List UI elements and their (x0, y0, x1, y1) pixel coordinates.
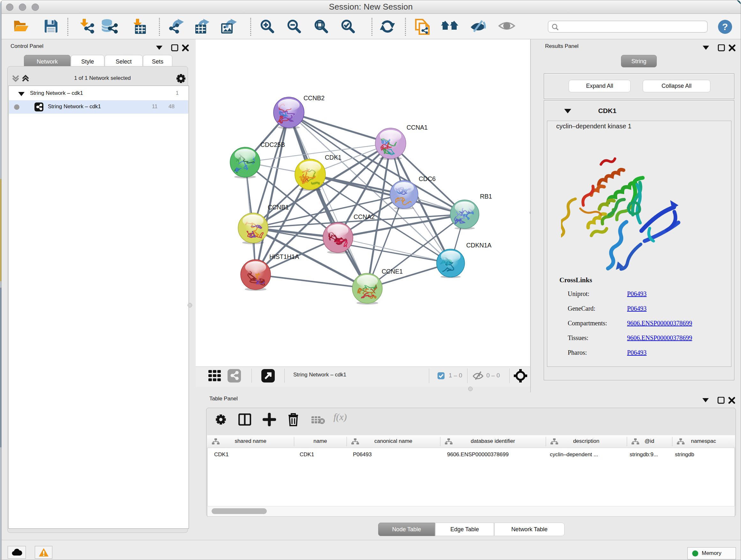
svg-text:?: ? (722, 21, 728, 32)
svg-text:CCNE1: CCNE1 (382, 268, 403, 275)
svg-text:RB1: RB1 (480, 193, 492, 200)
svg-text:CCNB2: CCNB2 (304, 95, 325, 102)
svg-text:CDKN1A: CDKN1A (466, 242, 491, 249)
svg-text:CCNA2: CCNA2 (354, 213, 375, 220)
svg-text:CDK1: CDK1 (325, 154, 341, 161)
svg-text:HIST1H1A: HIST1H1A (269, 253, 299, 260)
svg-text:CDC25B: CDC25B (260, 141, 285, 148)
svg-text:CDC6: CDC6 (419, 175, 435, 182)
svg-text:CCNA1: CCNA1 (407, 124, 428, 131)
svg-text:CCNB1: CCNB1 (268, 204, 289, 211)
